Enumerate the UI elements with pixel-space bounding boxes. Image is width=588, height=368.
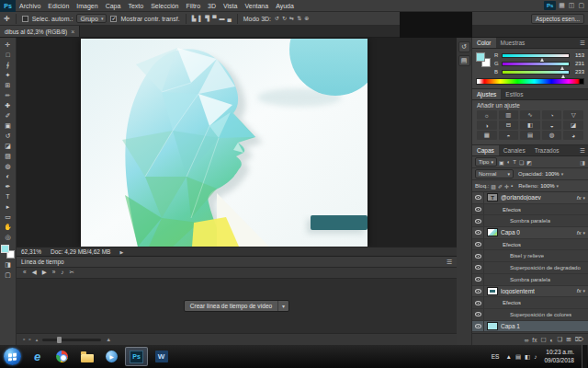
zoom-level[interactable]: 62,31% <box>21 248 41 255</box>
show-desktop-button[interactable] <box>582 345 587 368</box>
layer-filter-dropdown[interactable]: Tipo ▾ <box>475 157 497 167</box>
chevron-down-icon[interactable]: ▾ <box>278 301 288 311</box>
taskbar-clock[interactable]: 10:23 a.m. 09/03/2018 <box>541 349 577 363</box>
tab-color[interactable]: Color <box>472 38 496 48</box>
layer-effects-header-row[interactable]: Efectos <box>472 204 588 216</box>
autoselect-dropdown[interactable]: Grupo ▾ <box>76 14 107 23</box>
lock-position-icon[interactable]: ✛ <box>504 183 509 190</box>
workspace-switcher-button[interactable]: Aspectos esen... <box>531 14 584 24</box>
3d-slide-icon[interactable]: ⇅ <box>297 14 301 24</box>
adjustment-layer-icon[interactable]: ◐ <box>550 337 554 343</box>
color-lookup-icon[interactable]: ▦ <box>477 131 497 140</box>
layer-style-icon[interactable]: fx <box>532 337 537 343</box>
file-explorer-icon[interactable] <box>75 347 98 366</box>
tab-trazados[interactable]: Trazados <box>530 145 564 155</box>
eraser-tool[interactable]: ◪ <box>1 141 16 151</box>
panel-foreground-swatch[interactable] <box>476 52 485 62</box>
pen-tool[interactable]: ✒ <box>1 181 16 191</box>
tab-estilos[interactable]: Estilos <box>501 89 527 99</box>
layer-effect-row[interactable]: Superposición de degradado <box>472 262 588 274</box>
layer-visibility-toggle[interactable] <box>472 239 484 250</box>
previous-frame-icon[interactable]: ◀ <box>32 270 37 276</box>
threshold-icon[interactable]: ◍ <box>542 131 562 140</box>
rectangle-tool[interactable]: ▭ <box>1 212 16 222</box>
align-right-icon[interactable]: ▜ <box>206 14 210 24</box>
view-extras-icon[interactable]: ◫ <box>569 1 575 10</box>
blend-mode-dropdown[interactable]: Normal ▾ <box>475 169 514 178</box>
chevron-down-icon[interactable]: ▾ <box>557 183 560 189</box>
levels-icon[interactable]: ▥ <box>499 110 519 120</box>
network-icon[interactable]: ◧ <box>525 353 530 361</box>
close-tab-icon[interactable]: × <box>71 29 74 35</box>
filter-type-layers-icon[interactable]: T <box>513 159 516 166</box>
menu-ventana[interactable]: Ventana <box>241 0 272 12</box>
layer-visibility-toggle[interactable] <box>472 321 484 332</box>
move-tool[interactable]: ✛ <box>1 40 16 50</box>
timeline-zoom-in-icon[interactable]: ▲ <box>106 337 111 342</box>
3d-rotate-icon[interactable]: ↺ <box>275 14 279 24</box>
go-to-first-frame-icon[interactable]: « <box>23 270 27 276</box>
zoom-tool[interactable]: ◎ <box>1 232 16 242</box>
invert-icon[interactable]: ◓ <box>499 131 519 140</box>
collapse-effects-chevron[interactable]: ▾ <box>582 195 585 201</box>
quick-selection-tool[interactable]: ✦ <box>1 70 16 80</box>
timeline-zoom-slider[interactable] <box>42 339 101 341</box>
filter-adjustment-layers-icon[interactable]: ◐ <box>507 159 511 166</box>
hand-tool[interactable]: ✋ <box>1 222 16 232</box>
exposure-icon[interactable]: ◔ <box>542 110 562 120</box>
color-balance-icon[interactable]: ⊟ <box>499 121 519 130</box>
bridge-launcher-icon[interactable]: ▦ <box>559 1 565 10</box>
menu-capa[interactable]: Capa <box>102 0 125 12</box>
vibrance-icon[interactable]: ▽ <box>563 110 583 120</box>
link-layers-icon[interactable]: ∞ <box>525 337 529 343</box>
start-button[interactable] <box>1 347 24 366</box>
layer-group-icon[interactable]: ❏ <box>558 336 563 343</box>
layer-mask-icon[interactable]: ▢ <box>540 336 546 343</box>
menu-seleccion[interactable]: Selección <box>147 0 182 12</box>
align-middle-icon[interactable]: ▬ <box>219 14 224 24</box>
3d-scale-icon[interactable]: ⊕ <box>304 14 309 24</box>
layer-visibility-toggle[interactable] <box>472 250 484 261</box>
black-white-icon[interactable]: ◧ <box>520 121 540 130</box>
layer-visibility-toggle[interactable] <box>472 297 484 308</box>
healing-brush-tool[interactable]: ✚ <box>1 100 16 110</box>
menu-ayuda[interactable]: Ayuda <box>272 0 298 12</box>
layer-row[interactable]: Capa 1 <box>472 321 588 333</box>
timeline-menu-icon[interactable]: ☰ <box>447 259 452 266</box>
media-player-icon[interactable]: ▶ <box>100 347 123 366</box>
next-frame-icon[interactable]: » <box>52 270 56 276</box>
layer-row[interactable]: logosientemtfx▾ <box>472 286 588 298</box>
screen-mode-tool[interactable]: ▢ <box>1 270 16 280</box>
lock-pixels-icon[interactable]: ✐ <box>498 183 503 190</box>
blur-tool[interactable]: ◍ <box>1 161 16 171</box>
3d-drag-icon[interactable]: ⇆ <box>289 14 294 24</box>
layer-effect-row[interactable]: Bisel y relieve <box>472 250 588 262</box>
properties-panel-icon[interactable]: ▤ <box>458 55 470 66</box>
word-icon[interactable]: W <box>150 347 173 366</box>
channel-slider-thumb[interactable] <box>561 75 565 78</box>
lock-all-icon[interactable]: ▪ <box>511 183 513 190</box>
tab-canales[interactable]: Canales <box>499 145 530 155</box>
create-video-timeline-button[interactable]: Crear línea de tiempo de vídeo ▾ <box>184 300 289 312</box>
layer-visibility-toggle[interactable] <box>472 309 484 320</box>
eyedropper-tool[interactable]: ✏ <box>1 90 16 100</box>
menu-edicion[interactable]: Edición <box>44 0 73 12</box>
menu-vista[interactable]: Vista <box>220 0 241 12</box>
layer-visibility-toggle[interactable] <box>472 274 484 285</box>
layer-fx-badge[interactable]: fx▾ <box>577 195 588 201</box>
convert-to-frames-icon[interactable]: ▫ <box>28 337 30 343</box>
photoshop-badge-icon[interactable]: Ps <box>544 1 556 10</box>
align-center-h-icon[interactable]: ▌ <box>198 14 202 24</box>
lasso-tool[interactable]: ∮ <box>1 60 16 70</box>
pasteboard[interactable] <box>17 38 457 247</box>
play-icon[interactable]: ▶ <box>42 270 47 276</box>
layer-visibility-toggle[interactable] <box>472 192 484 203</box>
clone-stamp-tool[interactable]: ▣ <box>1 121 16 131</box>
collapse-effects-chevron[interactable]: ▾ <box>582 230 585 236</box>
channel-slider[interactable] <box>502 62 570 66</box>
menu-texto[interactable]: Texto <box>124 0 147 12</box>
tab-muestras[interactable]: Muestras <box>496 38 530 48</box>
layer-visibility-toggle[interactable] <box>472 215 484 226</box>
action-center-icon[interactable]: ▤ <box>515 353 521 361</box>
internet-explorer-icon[interactable]: e <box>26 347 49 366</box>
